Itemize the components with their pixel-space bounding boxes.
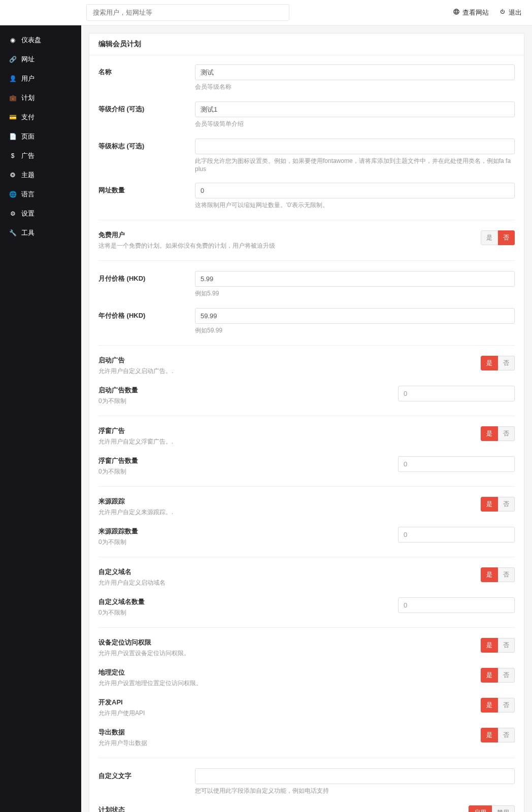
logout-link[interactable]: 退出: [499, 8, 522, 17]
monthly-input[interactable]: [195, 271, 515, 287]
nav-label: 网址: [21, 55, 35, 64]
overlay-toggle[interactable]: 是 否: [481, 426, 515, 441]
toggle-yes[interactable]: 是: [481, 497, 498, 512]
card-icon: 💳: [9, 114, 16, 121]
toggle-no[interactable]: 否: [498, 230, 515, 245]
nav-ads[interactable]: $广告: [0, 146, 81, 165]
search-input[interactable]: [86, 4, 289, 21]
domain-count-title: 自定义域名数量: [98, 597, 398, 606]
palette-icon: ❂: [9, 172, 16, 179]
splash-toggle[interactable]: 是 否: [481, 356, 515, 370]
toggle-yes[interactable]: 是: [481, 638, 498, 653]
toggle-no[interactable]: 否: [498, 668, 515, 683]
url-count-help: 这将限制用户可以缩短网址数量。'0'表示无限制。: [195, 201, 515, 210]
status-toggle[interactable]: 启用 禁用: [469, 805, 515, 812]
nav-language[interactable]: 🌐语言: [0, 185, 81, 204]
dollar-icon: $: [9, 152, 16, 159]
overlay-count-input[interactable]: [398, 456, 515, 472]
overlay-title: 浮窗广告: [98, 426, 481, 435]
toggle-no[interactable]: 否: [498, 497, 515, 512]
nav-dashboard[interactable]: ◉仪表盘: [0, 30, 81, 50]
badge-help: 此字段允许您为图标设置类。例如，如果要使用fontawome，请将库添加到主题文…: [195, 157, 515, 173]
pixel-count-desc: 0为不限制: [98, 538, 398, 547]
status-title: 计划状态: [98, 805, 469, 812]
domain-desc: 允许用户自定义启动域名: [98, 579, 481, 587]
intro-help: 会员等级简单介绍: [195, 120, 515, 128]
device-title: 设备定位访问权限: [98, 638, 481, 647]
toggle-no[interactable]: 否: [498, 426, 515, 441]
nav-plans[interactable]: 💼计划: [0, 88, 81, 108]
name-help: 会员等级名称: [195, 83, 515, 91]
nav-themes[interactable]: ❂主题: [0, 165, 81, 185]
splash-title: 启动广告: [98, 356, 481, 365]
pixel-title: 来源跟踪: [98, 497, 481, 506]
nav-tools[interactable]: 🔧工具: [0, 223, 81, 243]
name-input[interactable]: [195, 64, 515, 80]
custom-text-help: 您可以使用此字段添加自定义功能，例如电话支持: [195, 787, 515, 795]
custom-text-input[interactable]: [195, 768, 515, 784]
nav-users[interactable]: 👤用户: [0, 69, 81, 88]
yearly-help: 例如59.99: [195, 326, 515, 335]
nav-label: 计划: [21, 93, 35, 103]
url-count-input[interactable]: [195, 183, 515, 198]
nav-label: 语言: [21, 190, 35, 199]
geo-toggle[interactable]: 是 否: [481, 668, 515, 683]
gear-icon: ⚙: [9, 210, 16, 217]
nav-label: 页面: [21, 132, 35, 141]
intro-input[interactable]: [195, 101, 515, 117]
sidebar: ◉仪表盘 🔗网址 👤用户 💼计划 💳支付 📄页面 $广告 ❂主题 🌐语言 ⚙设置…: [0, 25, 81, 812]
logout-label: 退出: [509, 8, 522, 17]
overlay-count-title: 浮窗广告数量: [98, 456, 398, 465]
yearly-input[interactable]: [195, 308, 515, 324]
toggle-no[interactable]: 否: [498, 698, 515, 713]
toggle-no[interactable]: 否: [498, 638, 515, 653]
api-desc: 允许用户使用API: [98, 709, 481, 718]
device-toggle[interactable]: 是 否: [481, 638, 515, 653]
monthly-help: 例如5.99: [195, 289, 515, 298]
toggle-yes[interactable]: 是: [481, 230, 498, 245]
splash-desc: 允许用户自定义启动广告。.: [98, 367, 481, 376]
toggle-yes[interactable]: 是: [481, 668, 498, 683]
panel-title: 编辑会员计划: [89, 33, 524, 55]
toggle-disable[interactable]: 禁用: [492, 805, 515, 812]
free-user-toggle[interactable]: 是 否: [481, 230, 515, 245]
nav-urls[interactable]: 🔗网址: [0, 50, 81, 69]
user-icon: 👤: [9, 75, 16, 82]
export-title: 导出数据: [98, 728, 481, 737]
nav-label: 支付: [21, 113, 35, 122]
toggle-yes[interactable]: 是: [481, 728, 498, 742]
free-user-desc: 这将是一个免费的计划。如果你没有免费的计划，用户将被迫升级: [98, 242, 481, 250]
toggle-yes[interactable]: 是: [481, 567, 498, 582]
view-site-label: 查看网站: [462, 8, 489, 17]
intro-label: 等级介绍 (可选): [98, 105, 144, 113]
view-site-link[interactable]: 查看网站: [453, 8, 489, 17]
toggle-enable[interactable]: 启用: [469, 805, 492, 812]
geo-desc: 允许用户设置地理位置定位访问权限。: [98, 679, 481, 688]
toggle-yes[interactable]: 是: [481, 426, 498, 441]
pixel-toggle[interactable]: 是 否: [481, 497, 515, 512]
url-count-label: 网址数量: [98, 186, 125, 194]
domain-count-desc: 0为不限制: [98, 608, 398, 617]
nav-label: 广告: [21, 151, 35, 160]
domain-count-input[interactable]: [398, 597, 515, 613]
nav-pages[interactable]: 📄页面: [0, 127, 81, 146]
nav-payments[interactable]: 💳支付: [0, 108, 81, 127]
pixel-count-input[interactable]: [398, 527, 515, 543]
export-toggle[interactable]: 是 否: [481, 728, 515, 742]
file-icon: 📄: [9, 133, 16, 140]
nav-settings[interactable]: ⚙设置: [0, 204, 81, 223]
globe-icon: 🌐: [9, 191, 16, 198]
splash-count-input[interactable]: [398, 386, 515, 401]
domain-toggle[interactable]: 是 否: [481, 567, 515, 582]
api-toggle[interactable]: 是 否: [481, 698, 515, 713]
badge-input[interactable]: [195, 139, 515, 154]
toggle-yes[interactable]: 是: [481, 356, 498, 370]
toggle-no[interactable]: 否: [498, 567, 515, 582]
toggle-no[interactable]: 否: [498, 728, 515, 742]
toggle-no[interactable]: 否: [498, 356, 515, 370]
custom-text-label: 自定义文字: [98, 772, 131, 780]
nav-label: 主题: [21, 171, 35, 180]
toggle-yes[interactable]: 是: [481, 698, 498, 713]
overlay-count-desc: 0为不限制: [98, 467, 398, 476]
nav-label: 仪表盘: [21, 36, 41, 45]
